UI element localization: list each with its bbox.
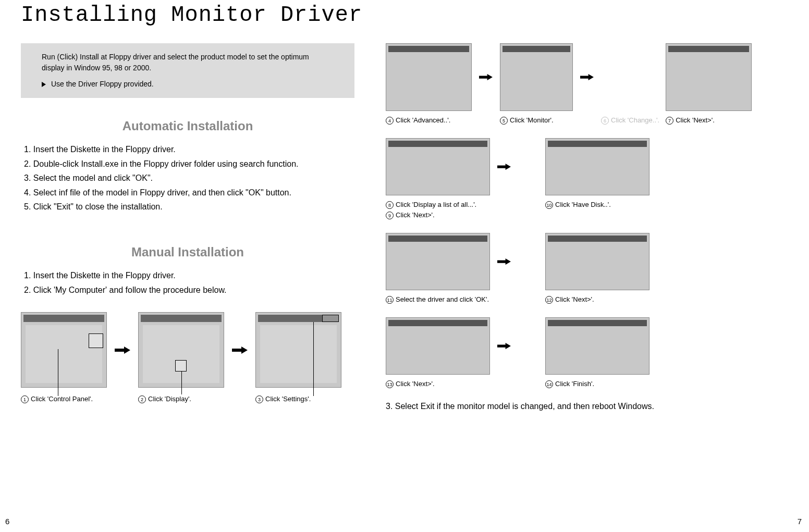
step: 1. Insert the Diskette in the Floppy dri… <box>24 269 354 282</box>
step-number-icon: 12 <box>545 296 553 304</box>
svg-marker-5 <box>497 258 511 265</box>
arrow-icon <box>478 43 494 111</box>
arrow-icon <box>496 317 512 375</box>
right-row-3: 11Select the driver and click 'OK'. 12Cl… <box>386 233 788 304</box>
svg-marker-3 <box>580 74 594 80</box>
screenshot-thumb <box>138 312 224 388</box>
step: 3. Select the model and click "OK". <box>24 171 354 185</box>
callout-text: Run (Click) Install at Floppy driver and… <box>42 52 334 73</box>
caption-text: Click 'Have Disk..'. <box>555 201 611 208</box>
callout-note: Use the Driver Floppy provided. <box>42 79 334 90</box>
step: 4. Select inf file of the model in Flopp… <box>24 186 354 200</box>
svg-marker-6 <box>497 343 511 349</box>
manual-heading: Manual Installation <box>21 245 354 259</box>
page-title: Installing Monitor Driver <box>21 3 788 28</box>
step: 5. Click "Exit" to close the installatio… <box>24 200 354 214</box>
right-row-4: 13Click 'Next>'. 14Click 'Finish'. <box>386 317 788 388</box>
screenshot-thumb <box>545 317 649 375</box>
step-number-icon: 1 <box>21 395 29 403</box>
automatic-heading: Automatic Installation <box>21 119 354 133</box>
caption-text: Click 'Next>'. <box>676 116 715 124</box>
screenshot-thumb <box>500 43 573 111</box>
left-column: Run (Click) Install at Floppy driver and… <box>21 43 354 411</box>
content-columns: Run (Click) Install at Floppy driver and… <box>21 43 788 411</box>
screenshot-thumb <box>21 312 107 388</box>
right-row-2: 8Click 'Display a list of all...'. 9Clic… <box>386 138 788 219</box>
svg-marker-4 <box>497 164 511 170</box>
caption-1: 1 Click 'Control Panel'. <box>21 395 93 403</box>
final-step: 3. Select Exit if the monitor model is c… <box>386 402 788 411</box>
step-number-icon: 11 <box>386 296 394 304</box>
svg-marker-1 <box>232 347 248 354</box>
screenshot-thumb <box>545 138 649 195</box>
step-number-icon: 3 <box>255 395 263 403</box>
step-number-icon: 7 <box>666 117 673 125</box>
arrow-icon <box>112 312 133 388</box>
arrow-icon <box>496 233 512 290</box>
step-number-icon: 4 <box>386 117 394 125</box>
arrow-icon <box>579 43 595 111</box>
page-number-right: 7 <box>798 517 802 526</box>
step-number-icon: 5 <box>500 117 508 125</box>
left-thumbs-row: 1 Click 'Control Panel'. 2 Click 'Displa… <box>21 312 354 403</box>
arrow-icon <box>229 312 250 388</box>
screenshot-thumb <box>386 43 472 111</box>
screenshot-thumb <box>666 43 752 111</box>
manual-steps: 1. Insert the Diskette in the Floppy dri… <box>24 269 354 296</box>
automatic-steps: 1. Insert the Diskette in the Floppy dri… <box>24 143 354 214</box>
page-number-left: 6 <box>5 517 9 526</box>
step-number-icon: 9 <box>386 212 394 219</box>
step-number-icon: 10 <box>545 201 553 209</box>
caption-text: Click 'Next>'. <box>555 295 594 303</box>
right-column: 4Click 'Advanced..'. 5Click 'Monitor'. 6… <box>386 43 788 411</box>
thumb-group-3: 3 Click 'Settings'. <box>255 312 341 403</box>
right-row-1: 4Click 'Advanced..'. 5Click 'Monitor'. 6… <box>386 43 788 125</box>
caption-text: Click 'Monitor'. <box>510 116 554 124</box>
caption-text: Click 'Next>'. <box>396 211 435 219</box>
step: 2. Double-click Install.exe in the Flopp… <box>24 157 354 171</box>
caption-text: Click 'Change..'. <box>611 116 659 124</box>
screenshot-thumb <box>386 317 490 375</box>
svg-marker-0 <box>115 347 130 354</box>
step: 1. Insert the Diskette in the Floppy dri… <box>24 143 354 156</box>
callout-box: Run (Click) Install at Floppy driver and… <box>21 43 354 98</box>
step-number-icon: 13 <box>386 380 394 388</box>
thumb-group-2: 2 Click 'Display'. <box>138 312 224 403</box>
caption-text: Click 'Advanced..'. <box>396 116 450 124</box>
step-number-icon: 2 <box>138 395 146 403</box>
caption-text: Click 'Display a list of all...'. <box>396 201 476 208</box>
thumb-group-1: 1 Click 'Control Panel'. <box>21 312 107 403</box>
caption-text: Click 'Finish'. <box>555 380 594 388</box>
caption-text: Click 'Display'. <box>148 395 191 403</box>
caption-text: Click 'Control Panel'. <box>31 395 93 403</box>
arrow-icon <box>496 138 512 195</box>
caption-text: Click 'Settings'. <box>265 395 311 403</box>
callout-note-text: Use the Driver Floppy provided. <box>51 80 154 88</box>
caption-text: Click 'Next>'. <box>396 380 435 388</box>
step-number-icon: 14 <box>545 380 553 388</box>
svg-marker-2 <box>479 74 493 80</box>
screenshot-thumb <box>255 312 341 388</box>
screenshot-thumb <box>545 233 649 290</box>
screenshot-thumb <box>386 138 490 195</box>
screenshot-thumb <box>386 233 490 290</box>
step: 2. Click 'My Computer' and follow the pr… <box>24 283 354 297</box>
step-number-icon: 8 <box>386 201 394 209</box>
caption-text: Select the driver and click 'OK'. <box>396 295 489 303</box>
caption-3: 3 Click 'Settings'. <box>255 395 311 403</box>
triangle-icon <box>42 82 46 87</box>
step-number-icon: 6 <box>601 117 609 125</box>
caption-2: 2 Click 'Display'. <box>138 395 191 403</box>
